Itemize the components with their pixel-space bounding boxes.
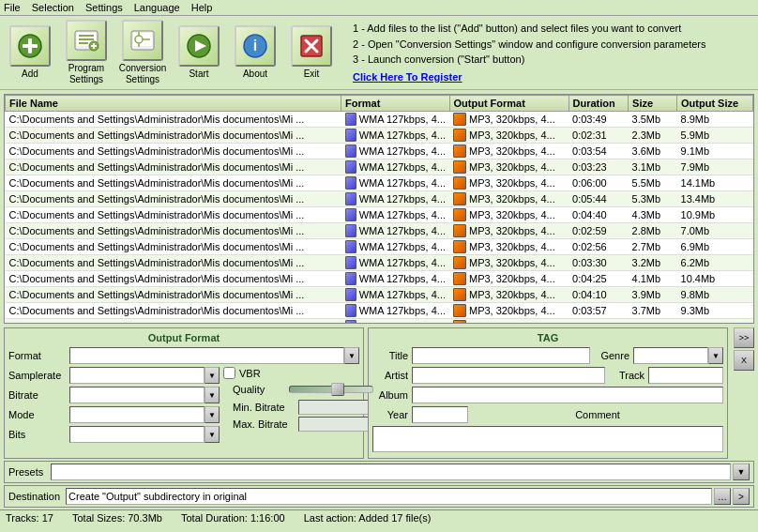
format-icon [345,192,356,205]
table-row[interactable]: C:\Documents and Settings\Administrador\… [6,128,753,144]
cell-duration: 0:03:23 [568,160,629,175]
output-format-icon [453,224,466,237]
output-format-icon [453,129,466,142]
presets-dropdown-btn[interactable]: ▼ [733,464,750,480]
cell-output: MP3, 320kbps, 4... [449,191,568,207]
bitrate-dropdown-btn[interactable]: ▼ [205,387,220,403]
cell-outsize: 5.9Mb [677,128,753,144]
right-btn-forward[interactable]: >> [734,327,754,348]
status-total-sizes: Total Sizes: 70.3Mb [72,512,162,524]
vbr-checkbox[interactable] [223,367,235,379]
cell-format: WMA 127kbps, 4... [341,128,449,144]
add-button[interactable]: Add [6,25,54,80]
table-row[interactable]: C:\Documents and Settings\Administrador\… [6,160,753,175]
presets-input[interactable] [51,464,731,480]
cell-format: WMA 127kbps, 4... [341,239,449,255]
cell-filename: C:\Documents and Settings\Administrador\… [6,287,341,303]
tag-artist-label: Artist [372,370,408,381]
output-format-icon [453,113,466,126]
cell-output: MP3, 320kbps, 4... [449,160,568,175]
tag-album-input[interactable] [412,387,723,403]
right-buttons: >> X [734,327,754,459]
output-format-icon [453,288,466,301]
table-row[interactable]: C:\Documents and Settings\Administrador\… [6,239,753,255]
tag-comment-input[interactable] [372,426,723,452]
presets-label: Presets [8,466,43,478]
start-button[interactable]: Start [174,25,223,80]
output-format-icon [453,160,466,174]
cell-outsize: 8.9Mb [677,112,753,128]
samplerate-dropdown-btn[interactable]: ▼ [205,367,220,384]
menu-settings[interactable]: Settings [85,2,123,13]
register-link[interactable]: Click Here To Register [353,69,752,85]
menu-help[interactable]: Help [191,2,213,13]
cell-filename: C:\Documents and Settings\Administrador\… [6,207,341,223]
table-row[interactable]: C:\Documents and Settings\Administrador\… [6,255,753,271]
samplerate-input[interactable] [69,367,205,384]
cell-format: WMA 127kbps, 4... [341,144,449,160]
table-row[interactable]: C:\Documents and Settings\Administrador\… [6,175,753,191]
output-format-icon [453,240,466,253]
menu-selection[interactable]: Selection [32,2,74,13]
cell-size: 4.3Mb [629,207,677,223]
destination-input[interactable] [66,488,712,505]
quality-row: Quality [233,382,373,397]
about-label: About [243,68,267,80]
album-row: Album [372,387,723,403]
format-icon [345,113,356,126]
mode-label: Mode [8,409,69,420]
format-input[interactable] [69,347,344,364]
cell-duration: 0:01:45 [568,319,629,325]
mode-input[interactable] [69,406,205,423]
col-header-filename: File Name [6,96,341,112]
tag-track-input[interactable] [648,367,723,384]
tag-title-input[interactable] [412,347,590,364]
conversion-settings-button[interactable]: ConversionSettings [118,20,167,85]
table-row[interactable]: C:\Documents and Settings\Administrador\… [6,303,753,319]
format-icon [345,304,356,317]
tag-genre-input[interactable] [633,347,708,364]
genre-dropdown-btn[interactable]: ▼ [708,347,723,364]
cell-duration: 0:06:00 [568,175,629,191]
destination-go-btn[interactable]: > [733,488,750,505]
max-bitrate-input[interactable] [298,417,373,432]
bits-dropdown-btn[interactable]: ▼ [205,426,220,443]
table-row[interactable]: C:\Documents and Settings\Administrador\… [6,144,753,160]
cell-outsize: 10.9Mb [677,207,753,223]
right-btn-close[interactable]: X [734,350,754,371]
about-button[interactable]: i About [231,25,280,80]
min-bitrate-input[interactable] [298,400,373,415]
bitrate-input[interactable] [69,387,205,403]
bits-input[interactable] [69,426,205,443]
cell-outsize: 10.4Mb [677,271,753,287]
cell-size: 3.2Mb [629,255,677,271]
tag-album-label: Album [372,389,408,401]
svg-rect-10 [91,45,97,47]
cell-output: MP3, 320kbps, 4... [449,303,568,319]
destination-bar: Destination … > [4,485,754,508]
menu-file[interactable]: File [4,2,21,13]
table-row[interactable]: C:\Documents and Settings\Administrador\… [6,319,753,325]
table-row[interactable]: C:\Documents and Settings\Administrador\… [6,207,753,223]
cell-size: 2.8Mb [629,223,677,239]
menu-language[interactable]: Language [134,2,180,13]
table-row[interactable]: C:\Documents and Settings\Administrador\… [6,287,753,303]
program-settings-button[interactable]: ProgramSettings [62,20,111,85]
format-dropdown-btn[interactable]: ▼ [344,347,359,364]
tag-artist-input[interactable] [412,367,605,384]
table-row[interactable]: C:\Documents and Settings\Administrador\… [6,271,753,287]
instructions: 1 - Add files to the list ("Add" button)… [343,21,752,84]
table-row[interactable]: C:\Documents and Settings\Administrador\… [6,191,753,207]
table-row[interactable]: C:\Documents and Settings\Administrador\… [6,223,753,239]
quality-slider-thumb[interactable] [331,383,344,396]
cell-filename: C:\Documents and Settings\Administrador\… [6,239,341,255]
mode-dropdown-btn[interactable]: ▼ [205,406,220,423]
destination-browse-btn[interactable]: … [714,488,731,505]
quality-slider-track[interactable] [289,386,373,393]
cell-format: WMA 127kbps, 4... [341,112,449,128]
add-icon [9,25,51,67]
exit-button[interactable]: Exit [287,25,336,80]
output-format-title: Output Format [8,332,359,343]
table-row[interactable]: C:\Documents and Settings\Administrador\… [6,112,753,128]
tag-year-input[interactable] [412,406,468,423]
